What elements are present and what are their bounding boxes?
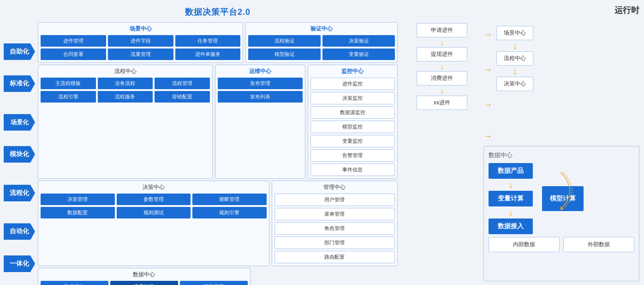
bottom-box-internal: 内部数据: [489, 237, 560, 252]
btn-ops-1[interactable]: 发布管理: [218, 78, 303, 89]
runtime-box-decision: 决策中心: [496, 77, 533, 91]
down-arrow-1: ↓: [513, 41, 517, 50]
orange-arrow-right-2: →: [483, 65, 493, 74]
row2: 流程中心 主流程模板 业务流程 流程管理 流程引擎 流程服务 容错配置 运维中心…: [38, 65, 398, 179]
verify-center-box: 验证中心 流程验证 决策验证 模型验证 变量验证: [245, 22, 398, 63]
flow-box-1: 申请进件: [417, 23, 467, 37]
btn-monitor-3[interactable]: 数据源监控: [310, 106, 395, 119]
btn-monitor-5[interactable]: 变量监控: [310, 135, 395, 147]
btn-process-4[interactable]: 流程引擎: [41, 91, 96, 103]
btn-scene-2[interactable]: 进件字段: [108, 35, 173, 47]
ops-center-title: 运维中心: [218, 67, 303, 75]
monitor-center-grid: 进件监控 决策监控 数据源监控 模型监控 变量监控 告警管理 事件信息: [310, 78, 395, 176]
data-center-section-label: 数据中心: [489, 151, 634, 159]
right-panel: 申请进件 ↓ 提现进件 ↓ 消费进件 ↓ xx进件 运行时 → → → → 场景…: [401, 0, 644, 285]
labels-column: 自助化 标准化 场景化 模块化 流程化 自动化 一体化: [4, 5, 35, 281]
bottom-box-external: 外部数据: [563, 237, 634, 252]
platform-title: 数据决策平台2.0: [38, 5, 398, 20]
btn-decision-6[interactable]: 规则引擎: [192, 207, 267, 218]
process-center-grid: 主流程模板 业务流程 流程管理 流程引擎 流程服务 容错配置: [41, 78, 210, 103]
btn-monitor-6[interactable]: 告警管理: [310, 149, 395, 162]
flow-arrow-2: ↓: [440, 62, 444, 71]
verify-center-grid: 流程验证 决策验证 模型验证 变量验证: [248, 35, 395, 60]
data-center-section: 数据中心 数据产品 ↓ 变量计算 ↓ 数据接入 模型计算: [483, 146, 639, 281]
flow-arrow-3: ↓: [440, 86, 444, 95]
label-zizhuhua: 自助化: [4, 43, 35, 60]
btn-decision-3[interactable]: 熔断管理: [192, 194, 267, 205]
btn-scene-1[interactable]: 进件管理: [41, 35, 106, 47]
btn-scene-5[interactable]: 流量管理: [108, 49, 173, 60]
btn-manage-5[interactable]: 路由配置: [274, 251, 395, 263]
dc-item-datain[interactable]: 数据接入: [489, 218, 533, 234]
btn-scene-3[interactable]: 任务管理: [175, 35, 241, 47]
flow-box-4: xx进件: [417, 96, 467, 110]
flow-arrow-1: ↓: [440, 38, 444, 47]
label-liuchenghua: 流程化: [4, 185, 35, 201]
btn-scene-6[interactable]: 进件单服务: [175, 49, 241, 60]
dc-arrow-2: ↓: [508, 208, 513, 217]
btn-monitor-4[interactable]: 模型监控: [310, 121, 395, 133]
btn-decision-2[interactable]: 参数管理: [117, 194, 191, 205]
btn-manage-1[interactable]: 用户管理: [274, 194, 395, 206]
data-center-main-box: 数据中心 数据接入 变量计算 模型管理 字段管理 数据服务 字典管理 数据产品 …: [38, 268, 250, 285]
bottom-boxes: 内部数据 外部数据: [489, 237, 634, 252]
btn-process-5[interactable]: 流程服务: [98, 91, 153, 103]
btn-manage-4[interactable]: 部门管理: [274, 236, 395, 249]
btn-verify-3[interactable]: 模型验证: [248, 49, 321, 60]
decision-center-grid: 决策管理 参数管理 熔断管理 数据配置 规则测试 规则引擎: [41, 194, 267, 218]
process-center-title: 流程中心: [41, 67, 210, 75]
orange-arrow-right-4: →: [483, 131, 493, 140]
verify-center-title: 验证中心: [248, 25, 395, 33]
scene-center-grid: 进件管理 进件字段 任务管理 合同签署 流量管理 进件单服务: [41, 35, 240, 60]
ops-center-box: 运维中心 发布管理 发布列表: [215, 65, 305, 179]
decision-center-box: 决策中心 决策管理 参数管理 熔断管理 数据配置 规则测试 规则引擎: [38, 181, 269, 266]
btn-process-2[interactable]: 业务流程: [98, 78, 153, 89]
orange-arrow-right-1: →: [483, 30, 493, 39]
btn-decision-4[interactable]: 数据配置: [41, 207, 115, 218]
btn-monitor-1[interactable]: 进件监控: [310, 78, 395, 90]
data-center-main-grid: 数据接入 变量计算 模型管理 字段管理 数据服务 字典管理 数据产品 数据注册 …: [41, 281, 248, 285]
btn-decision-5[interactable]: 规则测试: [117, 207, 191, 218]
btn-monitor-2[interactable]: 决策监控: [310, 92, 395, 104]
btn-verify-1[interactable]: 流程验证: [248, 35, 321, 47]
ops-center-grid: 发布管理 发布列表: [218, 78, 303, 103]
scene-center-title: 场景中心: [41, 25, 240, 33]
btn-verify-4[interactable]: 变量验证: [322, 49, 395, 60]
dc-item-product[interactable]: 数据产品: [489, 163, 533, 179]
row4: 数据中心 数据接入 变量计算 模型管理 字段管理 数据服务 字典管理 数据产品 …: [38, 268, 398, 285]
label-mokuaihua: 模块化: [4, 146, 35, 163]
label-zidonghua: 自动化: [4, 223, 35, 240]
row1: 场景中心 进件管理 进件字段 任务管理 合同签署 流量管理 进件单服务 验证中心…: [38, 22, 398, 63]
btn-scene-4[interactable]: 合同签署: [41, 49, 106, 60]
btn-process-1[interactable]: 主流程模板: [41, 78, 96, 89]
manage-center-title: 管理中心: [274, 183, 395, 191]
btn-data-2[interactable]: 变量计算: [110, 281, 178, 285]
btn-manage-3[interactable]: 角色管理: [274, 222, 395, 235]
btn-manage-2[interactable]: 菜单管理: [274, 208, 395, 220]
orange-arrow-right-3: →: [483, 100, 493, 109]
left-panel: 自助化 标准化 场景化 模块化 流程化 自动化 一体化 数据决策平台2.0 场景…: [0, 0, 401, 285]
data-center-main-title: 数据中心: [41, 271, 248, 279]
scene-center-box: 场景中心 进件管理 进件字段 任务管理 合同签署 流量管理 进件单服务: [38, 22, 243, 63]
manage-center-grid: 用户管理 菜单管理 角色管理 部门管理 路由配置: [274, 194, 395, 263]
label-biaozhunhua: 标准化: [4, 75, 35, 92]
btn-ops-2[interactable]: 发布列表: [218, 91, 303, 103]
btn-data-3[interactable]: 模型管理: [180, 281, 248, 285]
runtime-title: 运行时: [483, 5, 639, 16]
btn-data-1[interactable]: 数据接入: [41, 281, 108, 285]
monitor-center-box: 监控中心 进件监控 决策监控 数据源监控 模型监控 变量监控 告警管理 事件信息: [308, 65, 398, 179]
process-center-box: 流程中心 主流程模板 业务流程 流程管理 流程引擎 流程服务 容错配置: [38, 65, 213, 179]
label-yitihua: 一体化: [4, 255, 35, 272]
btn-decision-1[interactable]: 决策管理: [41, 194, 115, 205]
flow-column: 申请进件 ↓ 提现进件 ↓ 消费进件 ↓ xx进件: [405, 5, 479, 281]
right-content: 运行时 → → → → 场景中心 ↓ 流程中心 ↓ 决策中心: [483, 5, 639, 281]
btn-verify-2[interactable]: 决策验证: [322, 35, 395, 47]
btn-monitor-7[interactable]: 事件信息: [310, 164, 395, 176]
flow-box-2: 提现进件: [417, 47, 467, 61]
btn-process-6[interactable]: 容错配置: [155, 91, 210, 103]
runtime-box-process: 流程中心: [496, 51, 533, 66]
btn-process-3[interactable]: 流程管理: [155, 78, 210, 89]
dc-item-variable[interactable]: 变量计算: [489, 191, 533, 206]
dc-arrow-1: ↓: [508, 180, 513, 189]
main-content: 数据决策平台2.0 场景中心 进件管理 进件字段 任务管理 合同签署 流量管理 …: [38, 5, 398, 281]
